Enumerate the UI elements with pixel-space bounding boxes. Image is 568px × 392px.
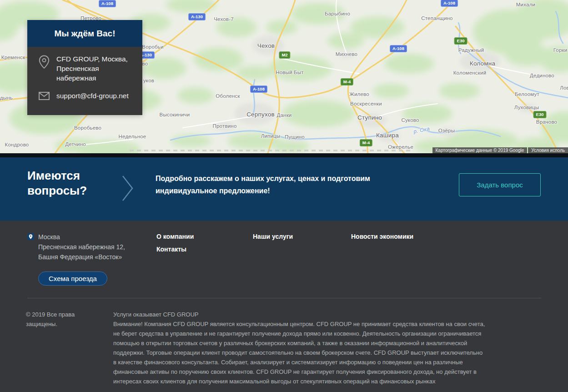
map-label: р. Ока: [413, 126, 430, 135]
map-label: Ступино: [357, 114, 382, 121]
map-label: Кашира: [376, 132, 399, 139]
contact-card-body: CFD GROUP, Москва, Пресненская набережна…: [27, 47, 142, 115]
map-label: Горки: [553, 47, 568, 53]
contact-card: Мы ждём Вас! CFD GROUP, Москва, Пресненс…: [27, 20, 142, 115]
map-label: Радужный: [458, 47, 484, 53]
footer-divider: [27, 298, 541, 298]
map-label: Кондрово: [5, 142, 29, 147]
footer-links-column-1: О компании Контакты: [156, 233, 194, 258]
map-label: Коломна: [470, 60, 495, 67]
band-heading: Имеются вопросы?: [27, 168, 87, 198]
map-label: Кременск: [1, 55, 25, 60]
road-badge: А-108: [441, 0, 458, 7]
map-label: Степанщино: [421, 15, 452, 21]
map-label: Жилево: [349, 91, 369, 97]
contact-address: CFD GROUP, Москва, Пресненская набережна…: [56, 54, 134, 83]
map-label: Чехов: [257, 42, 275, 49]
map-label: Данки: [277, 112, 292, 118]
map-label: Детчино: [65, 141, 86, 147]
footer-link-about[interactable]: О компании: [156, 233, 194, 240]
map-label: Протвино: [213, 123, 237, 129]
map-label: Пущино: [285, 134, 305, 140]
footer-address-line2: Башня Федерация «Восток»: [38, 252, 125, 262]
contact-card-title: Мы ждём Вас!: [27, 20, 142, 47]
map-label: Суково: [401, 117, 419, 123]
band-text: Подробно расскажем о наших услугах, цена…: [156, 172, 428, 197]
copyright-line2: защищены.: [26, 319, 75, 329]
map-label: дынь: [0, 95, 13, 101]
map-label: Липицы: [261, 133, 281, 139]
road-badge: Е30: [454, 37, 467, 45]
map-label: Белоомут: [515, 91, 539, 97]
map-label: Серпухов: [246, 111, 275, 118]
copyright-line1: © 2019 Все права: [26, 310, 75, 319]
contact-email-row[interactable]: support@cfd-group.net: [39, 91, 134, 102]
copyright: © 2019 Все права защищены.: [26, 310, 75, 329]
footer-address-line1: Пресненская набережная 12,: [38, 242, 125, 252]
map-label: Новый Быт: [276, 70, 304, 75]
contact-address-line2: Пресненская набережная: [56, 65, 99, 82]
footer-link-services[interactable]: Наши услуги: [253, 233, 293, 240]
legal-intro: Услуги оказывает CFD GROUP: [113, 310, 485, 319]
map-label: Ловц: [560, 85, 568, 90]
road-badge: А-108: [99, 0, 116, 7]
map-label: Озёры: [438, 128, 455, 133]
map-label: Врачово: [536, 119, 557, 125]
legal-text: Внимание! Компания CFD GROUP является ко…: [113, 319, 485, 386]
footer-city: Москва: [38, 232, 125, 242]
band-heading-line2: вопросы?: [27, 184, 87, 197]
footer-address-block: Москва Пресненская набережная 12, Башня …: [27, 232, 125, 262]
road-badge: Е30: [533, 111, 547, 118]
road-badge: М2: [279, 51, 290, 59]
map-attribution: Картографические данные © 2019 Google: [432, 147, 528, 153]
road-badge: А-108: [250, 85, 267, 93]
map-label: Михали: [516, 2, 535, 7]
map-label: Оболенск: [216, 93, 240, 99]
map-terms-link[interactable]: Условия исполь: [528, 147, 568, 153]
map-label: Воробьево: [74, 125, 101, 131]
map-label: уков: [143, 78, 154, 83]
footer-links-column-3: Новости экономики: [351, 233, 413, 246]
footer-link-contacts[interactable]: Контакты: [156, 246, 194, 253]
location-pin-icon: [39, 55, 50, 70]
question-band: Имеются вопросы? Подробно расскажем о на…: [0, 153, 568, 221]
road-badge: М-4: [360, 139, 372, 146]
map-label: Высокиничи: [160, 112, 190, 117]
map-label: Барыбино: [325, 11, 350, 16]
contact-email[interactable]: support@cfd-group.net: [56, 91, 129, 101]
map-label: Чехов-7: [214, 16, 234, 22]
footer: Москва Пресненская набережная 12, Башня …: [0, 221, 568, 392]
map-marker-icon: [27, 233, 34, 240]
map-label: во: [142, 61, 148, 66]
email-icon: [39, 92, 50, 102]
map-attribution-bar: Картографические данные © 2019 Google Ус…: [432, 147, 568, 153]
map-label: Дединово: [530, 73, 554, 78]
ask-question-button[interactable]: Задать вопрос: [459, 173, 541, 196]
band-heading-line1: Имеются: [27, 169, 80, 182]
road-badge: А-130: [188, 13, 206, 20]
legal-disclaimer: Услуги оказывает CFD GROUP Внимание! Ком…: [113, 310, 485, 386]
page: ПетровоКременскдыньКондровоДетчиноВоробь…: [0, 0, 568, 392]
map-label: Луховицы: [514, 105, 539, 110]
route-map-button[interactable]: Схема проезда: [38, 271, 107, 286]
map-label: Воскресенки: [350, 101, 382, 106]
footer-link-news[interactable]: Новости экономики: [351, 233, 413, 240]
map-label: Коломенский: [453, 70, 487, 75]
map-label: Недельное: [119, 134, 146, 139]
map-label: Воробьи: [142, 44, 163, 50]
chevron-right-icon: [122, 175, 134, 201]
map[interactable]: ПетровоКременскдыньКондровоДетчиноВоробь…: [0, 0, 568, 153]
road-badge: М-4: [341, 78, 353, 85]
footer-links-column-2: Наши услуги: [253, 233, 293, 246]
map-label: Ожерелье: [388, 144, 413, 150]
map-label: Михнево: [336, 51, 357, 57]
road-badge: А-108: [390, 45, 407, 52]
contact-address-line1: CFD GROUP, Москва,: [56, 55, 128, 63]
contact-address-row: CFD GROUP, Москва, Пресненская набережна…: [39, 54, 134, 83]
